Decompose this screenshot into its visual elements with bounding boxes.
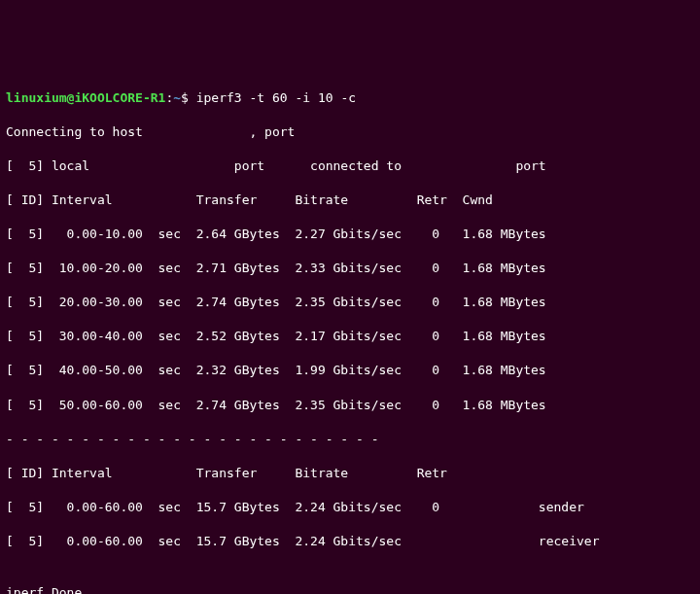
output-summary-receiver: [ 5] 0.00-60.00 sec 15.7 GBytes 2.24 Gbi… xyxy=(6,533,694,550)
output-row: [ 5] 30.00-40.00 sec 2.52 GBytes 2.17 Gb… xyxy=(6,328,694,345)
prompt-line-1[interactable]: linuxium@iKOOLCORE-R1:~$ iperf3 -t 60 -i… xyxy=(6,89,694,107)
output-local: [ 5] local port connected to port xyxy=(6,157,694,175)
output-done: iperf Done. xyxy=(6,584,694,594)
output-summary-sender: [ 5] 0.00-60.00 sec 15.7 GBytes 2.24 Gbi… xyxy=(6,499,694,516)
output-row: [ 5] 50.00-60.00 sec 2.74 GBytes 2.35 Gb… xyxy=(6,397,694,414)
output-row: [ 5] 20.00-30.00 sec 2.74 GBytes 2.35 Gb… xyxy=(6,294,694,311)
prompt-user-host: linuxium@iKOOLCORE-R1 xyxy=(6,90,165,105)
output-row: [ 5] 0.00-10.00 sec 2.64 GBytes 2.27 Gbi… xyxy=(6,226,694,243)
output-connecting: Connecting to host , port xyxy=(6,123,694,141)
output-row: [ 5] 40.00-50.00 sec 2.32 GBytes 1.99 Gb… xyxy=(6,362,694,379)
terminal-output: linuxium@iKOOLCORE-R1:~$ iperf3 -t 60 -i… xyxy=(6,72,694,594)
command-text: iperf3 -t 60 -i 10 -c xyxy=(196,90,356,105)
output-separator: - - - - - - - - - - - - - - - - - - - - … xyxy=(6,431,694,448)
output-header: [ ID] Interval Transfer Bitrate Retr Cwn… xyxy=(6,192,694,209)
prompt-path: ~ xyxy=(173,90,181,105)
output-summary-header: [ ID] Interval Transfer Bitrate Retr xyxy=(6,465,694,482)
prompt-dollar: $ xyxy=(181,90,196,105)
output-row: [ 5] 10.00-20.00 sec 2.71 GBytes 2.33 Gb… xyxy=(6,260,694,277)
